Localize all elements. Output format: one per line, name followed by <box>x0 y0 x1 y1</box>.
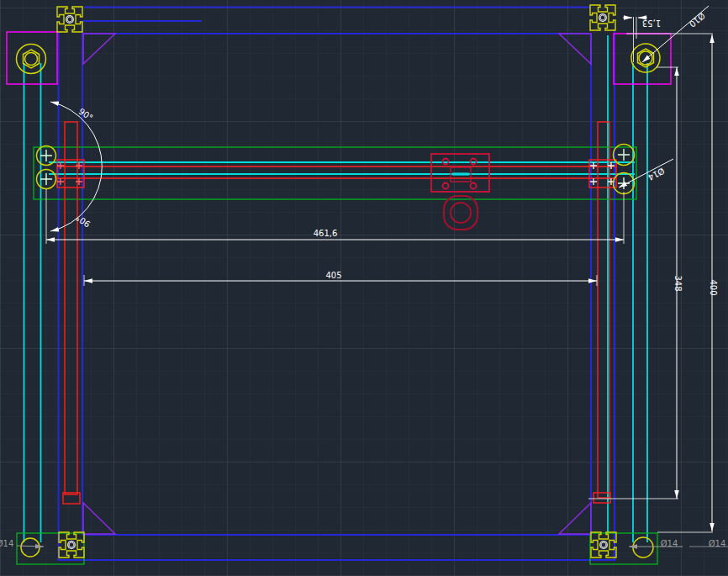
gantry-envelope-rect[interactable] <box>34 147 636 199</box>
carriage-hole[interactable] <box>471 183 477 189</box>
extrusion-icon[interactable] <box>59 532 84 558</box>
extrusion-icon[interactable] <box>591 532 616 558</box>
dim-text-348: 348 <box>673 275 683 291</box>
dim-text-d14-edge: Ø14 <box>709 539 726 548</box>
carriage-hole[interactable] <box>443 159 449 165</box>
corner-gussets[interactable] <box>83 34 591 534</box>
plus-marker <box>40 150 52 161</box>
dim-text-400: 400 <box>709 279 718 295</box>
extrusion-icon[interactable] <box>57 7 82 32</box>
gusset-bottom-right[interactable] <box>559 503 591 534</box>
gray-dimensions[interactable] <box>17 546 728 547</box>
wheels[interactable] <box>17 44 661 558</box>
gantry-extents[interactable] <box>17 147 657 564</box>
plus-marker <box>76 162 82 169</box>
pulley-bore-top-right[interactable] <box>639 51 652 65</box>
wheel-center-markers <box>40 149 630 189</box>
motor-plate-top-left[interactable] <box>7 32 57 84</box>
cad-viewport: 461,6 405 348 400 1,53 Ø10 Ø14 90° 90° Ø… <box>0 0 728 576</box>
motor-plate-top-right[interactable] <box>614 34 671 84</box>
pulley-bore-top-left[interactable] <box>25 53 38 66</box>
pulley-inner[interactable] <box>451 203 471 223</box>
carriage-hole[interactable] <box>443 183 449 189</box>
dim-text-d10: Ø10 <box>688 11 707 29</box>
plus-marker <box>76 178 82 185</box>
dim-text-153: 1,53 <box>642 18 661 28</box>
dim-text-d14-bl: Ø14 <box>0 539 13 548</box>
pulley-outer[interactable] <box>444 196 477 230</box>
dim-text-461: 461,6 <box>314 229 338 238</box>
motor-pulley-top-right[interactable] <box>631 44 660 72</box>
carriage-pulley[interactable] <box>444 196 477 230</box>
wheel-bottom-right[interactable] <box>633 537 653 558</box>
angle-text-upper: 90° <box>77 107 95 123</box>
plus-marker <box>618 149 630 161</box>
linear-rails[interactable] <box>57 122 616 504</box>
drawing-layer: 461,6 405 348 400 1,53 Ø10 Ø14 90° 90° Ø… <box>0 0 728 576</box>
dim-text-d14: Ø14 <box>646 166 666 182</box>
motor-pulley-top-left[interactable] <box>17 45 46 74</box>
dim-text-d14-br: Ø14 <box>661 539 678 548</box>
belt-lines[interactable] <box>24 35 648 542</box>
plus-marker <box>40 173 52 185</box>
motor-plates[interactable] <box>7 32 671 84</box>
dimensions[interactable] <box>46 6 713 532</box>
dim-text-405: 405 <box>325 271 341 280</box>
gusset-bottom-left[interactable] <box>83 503 115 534</box>
frame-outline[interactable] <box>59 8 615 562</box>
carriage-hole[interactable] <box>471 159 477 165</box>
gusset-top-right[interactable] <box>559 34 591 64</box>
plus-marker <box>608 162 615 169</box>
wheel-bottom-left[interactable] <box>21 538 40 557</box>
extrusion-icon[interactable] <box>590 5 615 30</box>
gusset-top-left[interactable] <box>83 34 115 64</box>
